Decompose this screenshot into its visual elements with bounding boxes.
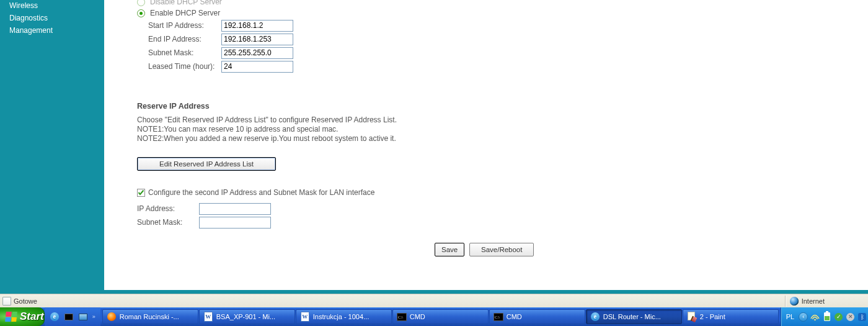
- second-subnet-mask-input[interactable]: [199, 217, 271, 229]
- quicklaunch-cmd[interactable]: [63, 310, 75, 324]
- radio-disable-dhcp-label: Disable DHCP Server: [150, 0, 222, 6]
- taskbar-btn-label: DSL Router - Mic...: [603, 313, 661, 320]
- quicklaunch-ie[interactable]: [48, 310, 61, 324]
- second-ip-address-input[interactable]: [199, 203, 271, 215]
- subnet-mask-label: Subnet Mask:: [148, 48, 221, 57]
- end-ip-input[interactable]: [221, 34, 293, 45]
- firefox-icon: [107, 312, 116, 321]
- windows-taskbar: Start » Roman Rucinski -... BSA_XP-901 -…: [0, 307, 868, 326]
- content-area: Disable DHCP Server Enable DHCP Server S…: [104, 0, 868, 290]
- sidebar-item-management[interactable]: Management: [0, 25, 104, 37]
- reserve-ip-title: Reserve IP Address: [137, 73, 788, 115]
- sidebar-item-wireless[interactable]: Wireless: [0, 0, 104, 12]
- start-ip-label: Start IP Address:: [148, 21, 221, 30]
- radio-enable-dhcp-label: Enable DHCP Server: [150, 9, 220, 17]
- leased-time-input[interactable]: [221, 61, 293, 73]
- taskbar-buttons: Roman Rucinski -... BSA_XP-901 - Mi... I…: [100, 307, 781, 326]
- tray-collapse-button[interactable]: ‹: [799, 312, 808, 322]
- second-ip-checkbox-label: Configure the second IP Address and Subn…: [148, 188, 374, 197]
- zone-text: Internet: [802, 297, 825, 305]
- taskbar-btn-paint[interactable]: 2 - Paint: [683, 309, 779, 324]
- end-ip-label: End IP Address:: [148, 35, 221, 43]
- second-ip-address-label: IP Address:: [137, 204, 199, 213]
- page-icon: [2, 297, 11, 306]
- system-tray: PL ‹ ✓ ✕ ᛒ 🔊 13:39: [781, 307, 868, 326]
- taskbar-btn-instrukcja[interactable]: Instrukcja - 1004...: [296, 309, 392, 324]
- sidebar-item-diagnostics[interactable]: Diagnostics: [0, 12, 104, 25]
- cmd-icon: [494, 313, 503, 321]
- word-icon: [301, 312, 309, 322]
- statusbar-separator: [785, 296, 786, 307]
- start-ip-input[interactable]: [221, 20, 293, 32]
- windows-logo-icon: [5, 312, 17, 322]
- word-icon: [204, 312, 213, 322]
- ie-icon: [591, 312, 600, 321]
- radio-enable-dhcp[interactable]: [137, 9, 145, 17]
- taskbar-btn-roman[interactable]: Roman Rucinski -...: [102, 309, 198, 324]
- tray-security-icon[interactable]: ✓: [834, 312, 843, 322]
- subnet-mask-input[interactable]: [221, 47, 293, 59]
- globe-icon: [790, 297, 799, 306]
- save-reboot-button[interactable]: Save/Reboot: [469, 243, 534, 256]
- second-ip-checkbox[interactable]: [137, 189, 145, 197]
- start-label: Start: [20, 310, 44, 323]
- leased-time-label: Leased Time (hour):: [148, 62, 221, 71]
- tray-bluetooth-icon[interactable]: ᛒ: [857, 312, 867, 322]
- taskbar-btn-label: BSA_XP-901 - Mi...: [216, 313, 275, 320]
- edit-reserved-ip-list-button[interactable]: Edit Reserved IP Address List: [137, 157, 276, 171]
- taskbar-btn-cmd-1[interactable]: CMD: [392, 309, 489, 324]
- sidebar: Wireless Diagnostics Management: [0, 0, 104, 290]
- reserve-desc-line3: NOTE2:When you added a new reserve ip.Yo…: [137, 134, 788, 143]
- ie-icon: [50, 312, 59, 321]
- cmd-icon: [64, 314, 73, 320]
- browser-status-bar: Gotowe Internet: [0, 294, 868, 307]
- taskbar-btn-bsa[interactable]: BSA_XP-901 - Mi...: [199, 309, 295, 324]
- show-desktop-icon: [79, 314, 87, 320]
- tray-battery-icon[interactable]: [822, 312, 831, 322]
- cmd-icon: [397, 313, 407, 321]
- tray-unknown-icon[interactable]: ✕: [846, 312, 855, 322]
- reserve-desc-line2: NOTE1:You can max reserve 10 ip address …: [137, 125, 788, 134]
- paint-icon: [688, 312, 696, 322]
- language-indicator[interactable]: PL: [786, 313, 796, 320]
- save-button[interactable]: Save: [435, 243, 464, 256]
- taskbar-btn-dslrouter[interactable]: DSL Router - Mic...: [586, 309, 682, 324]
- status-text: Gotowe: [14, 297, 37, 305]
- radio-disable-dhcp[interactable]: [137, 0, 145, 6]
- taskbar-btn-cmd-2[interactable]: CMD: [489, 309, 585, 324]
- taskbar-btn-label: CMD: [507, 313, 522, 320]
- taskbar-btn-label: CMD: [410, 313, 425, 320]
- taskbar-btn-label: 2 - Paint: [700, 313, 725, 320]
- quicklaunch-expand[interactable]: »: [91, 314, 97, 320]
- svg-point-0: [814, 319, 816, 320]
- taskbar-btn-label: Roman Rucinski -...: [120, 313, 179, 320]
- tray-wifi-icon[interactable]: [810, 312, 820, 322]
- reserve-desc-line1: Choose "Edit Reserved IP Address List" t…: [137, 115, 788, 125]
- taskbar-btn-label: Instrukcja - 1004...: [313, 313, 370, 320]
- quicklaunch-show-desktop[interactable]: [77, 310, 89, 324]
- second-subnet-mask-label: Subnet Mask:: [137, 218, 199, 227]
- quick-launch: »: [45, 307, 100, 326]
- start-button[interactable]: Start: [0, 307, 45, 326]
